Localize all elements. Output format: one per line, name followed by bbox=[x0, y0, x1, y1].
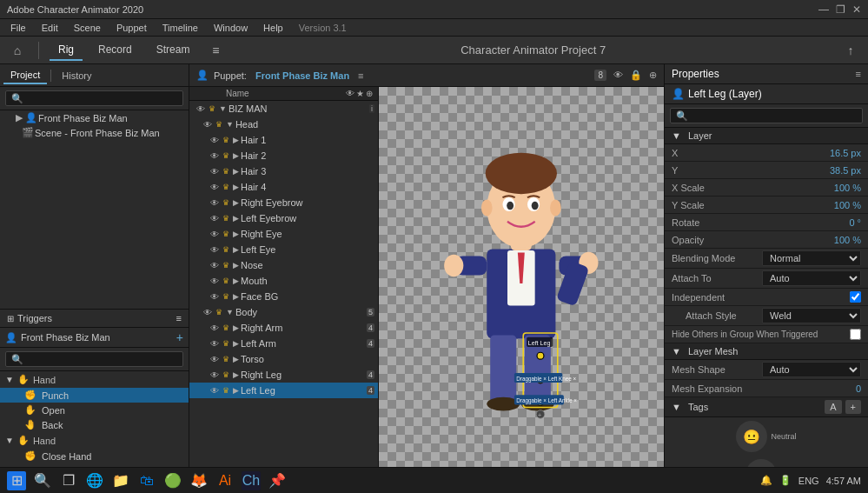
layer-hair3[interactable]: 👁 ♛ ▶ Hair 3 bbox=[189, 163, 378, 179]
tab-history[interactable]: History bbox=[55, 68, 98, 83]
layer-hair4[interactable]: 👁 ♛ ▶ Hair 4 bbox=[189, 179, 378, 195]
yscale-value[interactable]: 100 % bbox=[762, 200, 861, 210]
layer-right-eye[interactable]: 👁 ♛ ▶ Right Eye bbox=[189, 226, 378, 242]
tags-section-header[interactable]: ▼ Tags A + bbox=[665, 397, 868, 417]
folder-icon[interactable]: 📁 bbox=[111, 471, 130, 490]
y-value[interactable]: 38.5 px bbox=[762, 165, 861, 176]
eye-h1[interactable]: 👁 bbox=[210, 136, 222, 145]
layer-left-leg[interactable]: 👁 ♛ ▶ Left Leg 4 bbox=[189, 383, 378, 398]
menu-window[interactable]: Window bbox=[207, 21, 255, 35]
store-icon[interactable]: 🛍 bbox=[137, 471, 156, 490]
eye-le[interactable]: 👁 bbox=[210, 245, 222, 255]
triggers-more-icon[interactable]: ≡ bbox=[176, 313, 182, 323]
edge-icon[interactable]: 🌐 bbox=[85, 471, 104, 490]
search-taskbar-icon[interactable]: 🔍 bbox=[33, 471, 52, 490]
eye-h2[interactable]: 👁 bbox=[210, 151, 222, 161]
mesh-shape-select[interactable]: Auto bbox=[762, 362, 861, 377]
puppet-name[interactable]: Front Phase Biz Man bbox=[255, 70, 349, 81]
layer-biz-man[interactable]: 👁 ♛ ▼ BIZ MAN i bbox=[189, 101, 378, 117]
tree-item-biz-man[interactable]: ▶ 👤 Front Phase Biz Man bbox=[0, 110, 189, 125]
eye-re[interactable]: 👁 bbox=[210, 230, 222, 239]
puppet-more-icon[interactable]: ⊕ bbox=[649, 70, 657, 81]
eye-nose[interactable]: 👁 bbox=[210, 261, 222, 270]
more-icon[interactable]: ≡ bbox=[205, 40, 226, 61]
tab-stream[interactable]: Stream bbox=[148, 40, 199, 61]
eye-ra[interactable]: 👁 bbox=[210, 323, 222, 333]
firefox-icon[interactable]: 🦊 bbox=[189, 471, 209, 490]
menu-file[interactable]: File bbox=[3, 21, 33, 35]
tab-record[interactable]: Record bbox=[89, 40, 141, 61]
menu-edit[interactable]: Edit bbox=[35, 21, 65, 35]
share-icon[interactable]: ↑ bbox=[840, 40, 861, 61]
eye-body[interactable]: 👁 bbox=[203, 308, 215, 317]
layer-nose[interactable]: 👁 ♛ ▶ Nose bbox=[189, 257, 378, 273]
layer-left-eye[interactable]: 👁 ♛ ▶ Left Eye bbox=[189, 242, 378, 257]
menu-puppet[interactable]: Puppet bbox=[109, 21, 154, 35]
eye-rl[interactable]: 👁 bbox=[210, 370, 222, 380]
eye-leb[interactable]: 👁 bbox=[210, 214, 222, 223]
tab-project[interactable]: Project bbox=[3, 67, 47, 84]
ai-icon[interactable]: Ai bbox=[215, 471, 235, 490]
rotate-value[interactable]: 0 ° bbox=[762, 217, 861, 228]
layer-torso[interactable]: 👁 ♛ ▶ Torso bbox=[189, 351, 378, 367]
eye-reb[interactable]: 👁 bbox=[210, 198, 222, 208]
attach-style-select[interactable]: Weld Pin bbox=[762, 308, 861, 323]
props-search-input[interactable] bbox=[670, 108, 863, 123]
start-icon[interactable]: ⊞ bbox=[7, 471, 26, 490]
layer-body[interactable]: 👁 ♛ ▼ Body 5 bbox=[189, 304, 378, 320]
eye-h3[interactable]: 👁 bbox=[210, 167, 222, 177]
tree-item-scene[interactable]: 🎬 Scene - Front Phase Biz Man bbox=[0, 125, 189, 140]
layer-face-bg[interactable]: 👁 ♛ ▶ Face BG bbox=[189, 289, 378, 304]
layer-right-eyebrow[interactable]: 👁 ♛ ▶ Right Eyebrow bbox=[189, 195, 378, 210]
close-button[interactable]: ✕ bbox=[852, 3, 861, 16]
trigger-item-back[interactable]: 🤚 Back bbox=[0, 417, 189, 432]
layer-mesh-header[interactable]: ▼ Layer Mesh bbox=[665, 343, 868, 360]
puppet-eye-icon[interactable]: 👁 bbox=[613, 70, 623, 81]
eye-biz[interactable]: 👁 bbox=[196, 104, 209, 114]
col-icon-more[interactable]: ⊕ bbox=[366, 89, 373, 98]
minimize-button[interactable]: — bbox=[818, 3, 829, 16]
props-menu-icon[interactable]: ≡ bbox=[856, 69, 861, 79]
mesh-expansion-value[interactable]: 0 bbox=[762, 383, 861, 394]
home-icon[interactable]: ⌂ bbox=[7, 40, 28, 61]
project-search-input[interactable] bbox=[5, 90, 183, 106]
blending-select[interactable]: Normal Multiply Screen bbox=[762, 250, 861, 266]
opacity-value[interactable]: 100 % bbox=[762, 235, 861, 245]
x-value[interactable]: 16.5 px bbox=[762, 148, 861, 158]
trigger-item-open[interactable]: ✋ Open bbox=[0, 403, 189, 417]
layer-head[interactable]: 👁 ♛ ▼ Head bbox=[189, 117, 378, 132]
menu-scene[interactable]: Scene bbox=[67, 21, 108, 35]
puppet-menu-icon[interactable]: ≡ bbox=[358, 70, 363, 81]
pinned-icon[interactable]: 📌 bbox=[268, 471, 287, 490]
layer-left-arm[interactable]: 👁 ♛ ▶ Left Arm 4 bbox=[189, 336, 378, 351]
trigger-item-punch[interactable]: ✊ Punch bbox=[0, 388, 189, 403]
eye-ll[interactable]: 👁 bbox=[210, 386, 222, 396]
menu-timeline[interactable]: Timeline bbox=[156, 21, 205, 35]
attach-select[interactable]: Auto None bbox=[762, 270, 861, 286]
xscale-value[interactable]: 100 % bbox=[762, 183, 861, 193]
layer-mouth[interactable]: 👁 ♛ ▶ Mouth bbox=[189, 273, 378, 289]
puppet-lock-icon[interactable]: 🔒 bbox=[630, 70, 642, 81]
layer-left-eyebrow[interactable]: 👁 ♛ ▶ Left Eyebrow bbox=[189, 210, 378, 226]
layer-section-header[interactable]: ▼ Layer bbox=[665, 128, 868, 144]
chrome-icon[interactable]: 🟢 bbox=[163, 471, 182, 490]
tab-rig[interactable]: Rig bbox=[50, 40, 83, 61]
eye-fbg[interactable]: 👁 bbox=[210, 292, 222, 302]
restore-button[interactable]: ❐ bbox=[836, 3, 845, 16]
eye-h4[interactable]: 👁 bbox=[210, 183, 222, 192]
trigger-group-header-2[interactable]: ▼ ✋ Hand bbox=[0, 432, 189, 449]
face-thumb-neutral[interactable]: 😐 bbox=[736, 421, 767, 452]
add-trigger-button[interactable]: + bbox=[176, 330, 183, 344]
independent-checkbox[interactable] bbox=[850, 291, 861, 303]
tag-plus-button[interactable]: + bbox=[845, 400, 861, 414]
eye-head[interactable]: 👁 bbox=[203, 120, 215, 130]
eye-torso[interactable]: 👁 bbox=[210, 355, 222, 364]
trigger-item-close-hand[interactable]: ✊ Close Hand bbox=[0, 449, 189, 463]
col-icon-solo[interactable]: ★ bbox=[356, 89, 364, 98]
task-view-icon[interactable]: ❐ bbox=[59, 471, 78, 490]
triggers-search-input[interactable] bbox=[5, 351, 183, 367]
col-icon-eye[interactable]: 👁 bbox=[346, 89, 354, 98]
notification-icon[interactable]: 🔔 bbox=[760, 475, 772, 486]
tag-a-button[interactable]: A bbox=[825, 400, 841, 414]
layer-right-arm[interactable]: 👁 ♛ ▶ Right Arm 4 bbox=[189, 320, 378, 336]
